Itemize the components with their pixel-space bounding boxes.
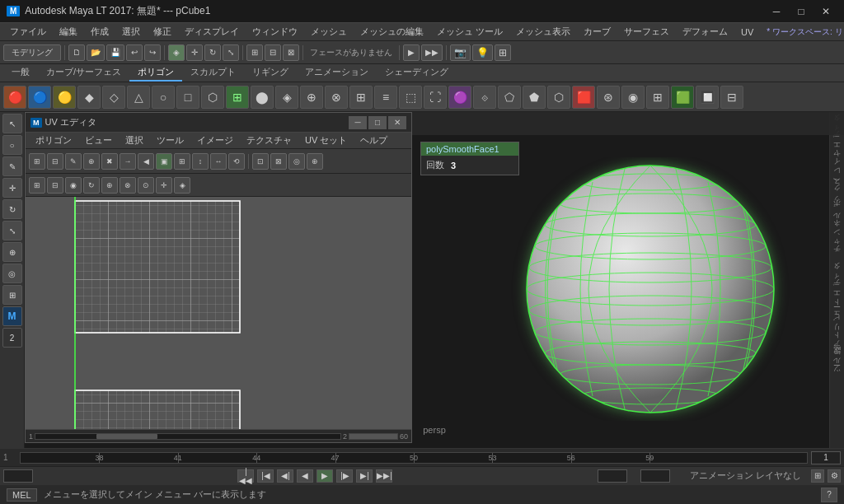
tab-polygon[interactable]: ポリゴン (129, 64, 182, 82)
soft-mod-tool[interactable]: ◎ (2, 264, 22, 283)
tab-rigging[interactable]: リギング (244, 64, 297, 82)
menu-deform[interactable]: デフォーム (676, 24, 734, 40)
rotate-btn[interactable]: ↻ (204, 44, 221, 61)
uv-tb2-3[interactable]: ◉ (65, 177, 82, 194)
save-file-btn[interactable]: 💾 (106, 44, 124, 61)
shelf-icon-28[interactable]: 🟩 (671, 86, 694, 109)
shelf-icon-25[interactable]: ⊛ (597, 86, 620, 109)
shelf-icon-27[interactable]: ⊞ (646, 86, 669, 109)
shelf-icon-1[interactable]: 🔴 (3, 86, 26, 109)
uv-tb-11[interactable]: ↔ (210, 153, 227, 170)
snap2-btn[interactable]: ⊟ (265, 44, 281, 61)
uv-menu-help[interactable]: ヘルプ (354, 133, 394, 148)
menu-file[interactable]: ファイル (3, 24, 53, 40)
uv-tb-9[interactable]: ⊞ (174, 153, 190, 170)
shelf-icon-4[interactable]: ◆ (77, 86, 101, 109)
shelf-icon-8[interactable]: □ (176, 86, 199, 109)
menu-edit[interactable]: 編集 (53, 24, 84, 40)
help-button[interactable]: ? (821, 488, 837, 502)
uv-tb-8[interactable]: ▣ (156, 153, 172, 170)
uv-editor-minimize[interactable]: ─ (349, 116, 367, 129)
uv-tb2-8[interactable]: ✛ (156, 177, 172, 194)
menu-surfaces[interactable]: サーフェス (617, 24, 676, 40)
timeline-bar[interactable]: 38 41 44 47 50 53 56 59 (20, 452, 808, 464)
shelf-icon-30[interactable]: ⊟ (720, 86, 743, 109)
uv-tb-14[interactable]: ⊠ (270, 153, 287, 170)
shelf-icon-13[interactable]: ⊕ (300, 86, 323, 109)
render-btn[interactable]: ▶ (403, 44, 420, 61)
open-file-btn[interactable]: 📂 (87, 44, 105, 61)
uv-tb-15[interactable]: ◎ (288, 153, 305, 170)
uv-tb2-4[interactable]: ↻ (83, 177, 100, 194)
shelf-icon-29[interactable]: 🔲 (696, 86, 719, 109)
next-key-btn[interactable]: ▶| (356, 469, 373, 483)
shelf-icon-3[interactable]: 🟡 (53, 86, 76, 109)
camera-btn[interactable]: 📷 (450, 44, 471, 61)
step-fwd-btn[interactable]: |▶ (336, 469, 353, 483)
close-button[interactable]: ✕ (814, 3, 837, 20)
uv-tb-3[interactable]: ✎ (65, 153, 82, 170)
tab-curve-surface[interactable]: カーブ/サーフェス (38, 64, 129, 82)
start-frame-input[interactable]: 1 (3, 469, 33, 483)
shelf-icon-26[interactable]: ◉ (621, 86, 645, 109)
uv-tb2-7[interactable]: ⊙ (138, 177, 154, 194)
channel-box-label[interactable]: チャンネル ボックス/レイヤ エディタ (830, 115, 844, 260)
menu-mesh-tools[interactable]: メッシュ ツール (430, 24, 509, 40)
maximize-button[interactable]: □ (790, 3, 813, 20)
rotate-tool[interactable]: ↻ (2, 199, 22, 219)
universal-tool[interactable]: ⊕ (2, 242, 22, 262)
shelf-icon-23[interactable]: ⬡ (547, 86, 570, 109)
uv-menu-polygon[interactable]: ポリゴン (29, 133, 78, 148)
light-btn[interactable]: 💡 (472, 44, 493, 61)
end-frame-input2[interactable]: 60 (640, 469, 670, 483)
uv-hscroll2[interactable] (349, 433, 398, 440)
scale-tool[interactable]: ⤡ (2, 221, 22, 240)
minimize-button[interactable]: ─ (765, 3, 788, 20)
menu-modify[interactable]: 修正 (147, 24, 178, 40)
play-back-btn[interactable]: ◀ (297, 469, 313, 483)
shelf-icon-12[interactable]: ◈ (275, 86, 298, 109)
move-tool[interactable]: ✛ (2, 178, 22, 198)
menu-mesh-display[interactable]: メッシュ表示 (509, 24, 577, 40)
uv-editor-titlebar[interactable]: M UV エディタ ─ □ ✕ (26, 113, 411, 133)
uv-tb-4[interactable]: ⊕ (83, 153, 100, 170)
shelf-icon-21[interactable]: ⬠ (498, 86, 521, 109)
shelf-icon-14[interactable]: ⊗ (325, 86, 348, 109)
uv-tb-2[interactable]: ⊟ (47, 153, 63, 170)
uv-menu-image[interactable]: イメージ (190, 133, 240, 148)
uv-tb-7[interactable]: ◀ (138, 153, 154, 170)
shelf-icon-7[interactable]: ○ (152, 86, 175, 109)
shelf-icon-6[interactable]: △ (127, 86, 150, 109)
select-btn[interactable]: ◈ (168, 44, 185, 61)
shelf-icon-2[interactable]: 🔵 (28, 86, 51, 109)
menu-mesh-edit[interactable]: メッシュの編集 (354, 24, 430, 40)
shelf-icon-10[interactable]: ⊞ (226, 86, 249, 109)
shelf-icon-20[interactable]: ⟐ (473, 86, 496, 109)
redo-btn[interactable]: ↪ (144, 44, 161, 61)
snap-btn[interactable]: ⊞ (246, 44, 263, 61)
uv-canvas[interactable]: -0.4 -0.3 -0.2 -0.1 (26, 197, 411, 429)
shelf-icon-9[interactable]: ⬡ (201, 86, 224, 109)
scale-btn[interactable]: ⤡ (223, 44, 239, 61)
select-tool[interactable]: ↖ (2, 114, 22, 133)
uv-menu-view[interactable]: ビュー (78, 133, 119, 148)
tab-sculpt[interactable]: スカルプト (182, 64, 244, 82)
shelf-icon-15[interactable]: ⊞ (349, 86, 373, 109)
go-end-btn[interactable]: ▶▶| (376, 469, 392, 483)
uv-hscroll[interactable] (35, 433, 341, 440)
uv-tb-16[interactable]: ⊕ (307, 153, 323, 170)
shelf-icon-17[interactable]: ⬚ (399, 86, 422, 109)
uv-tb2-2[interactable]: ⊟ (47, 177, 63, 194)
shelf-icon-19[interactable]: 🟣 (448, 86, 471, 109)
move-btn[interactable]: ✛ (186, 44, 203, 61)
sculpt-tool[interactable]: ⊞ (2, 285, 22, 305)
uv-menu-uvset[interactable]: UV セット (298, 133, 354, 148)
snap3-btn[interactable]: ⊠ (283, 44, 299, 61)
shelf-icon-5[interactable]: ◇ (102, 86, 125, 109)
menu-curves[interactable]: カーブ (577, 24, 617, 40)
tab-general[interactable]: 一般 (3, 64, 38, 82)
prev-key-btn[interactable]: |◀ (257, 469, 274, 483)
uv-tb2-9[interactable]: ◈ (174, 177, 190, 194)
uv-menu-texture[interactable]: テクスチャ (240, 133, 298, 148)
numbered-btn-2[interactable]: 2 (2, 328, 22, 348)
